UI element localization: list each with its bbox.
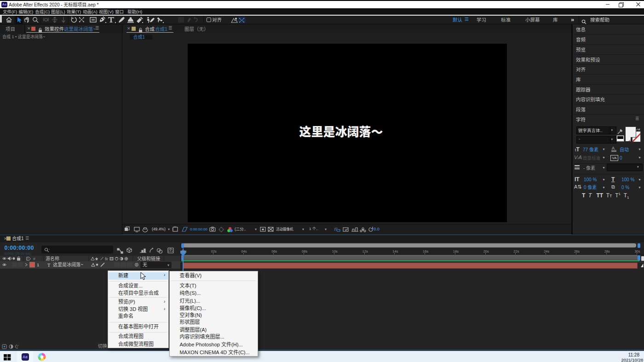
- svg-text:fx: fx: [105, 257, 108, 261]
- svg-text:#: #: [33, 257, 35, 261]
- svg-text:T: T: [47, 263, 51, 268]
- svg-text:A: A: [612, 146, 615, 150]
- svg-text:1: 1: [37, 262, 39, 267]
